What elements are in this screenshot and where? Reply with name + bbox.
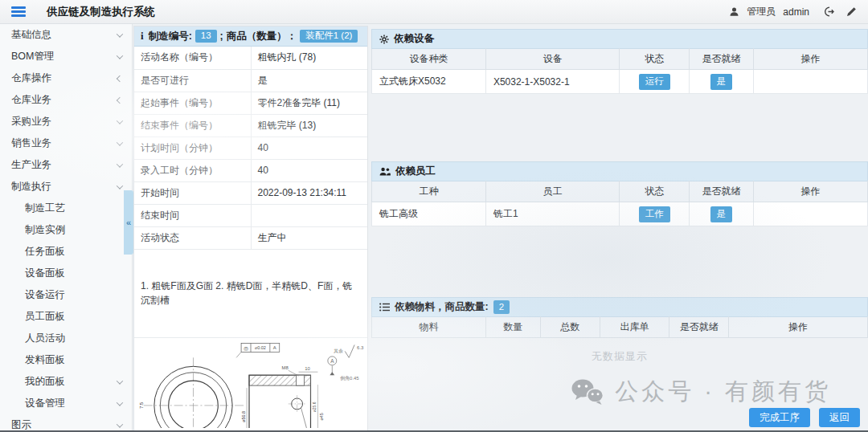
column-header: 是否就绪	[689, 181, 753, 202]
empty-data-message: 无数据显示	[371, 338, 868, 375]
material-count-badge: 2	[493, 300, 510, 314]
staff-section-header: 依赖员工	[371, 161, 868, 181]
chevron-down-icon	[117, 139, 123, 145]
top-header: 供应链及制造执行系统 管理员 admin	[0, 0, 868, 24]
table-row: 开始时间2022-09-13 21:34:11	[134, 181, 367, 204]
table-row: 录入工时（分钟）40	[134, 159, 367, 181]
ready-badge: 是	[710, 74, 733, 90]
sidebar-item-diagram[interactable]: 图示	[0, 414, 132, 432]
column-header: 操作	[729, 317, 868, 338]
sidebar-item-mfg-instance[interactable]: 制造实例	[0, 219, 132, 241]
back-button[interactable]: 返回	[819, 408, 860, 427]
sidebar-item-equipment-run[interactable]: 设备运行	[0, 284, 132, 306]
column-header: 操作	[754, 49, 868, 70]
gear-icon	[379, 35, 389, 44]
sidebar-item-my-panel[interactable]: 我的面板	[0, 371, 132, 393]
separator-text: ;	[220, 31, 223, 42]
sidebar-item-mfg-process[interactable]: 制造工艺	[0, 198, 132, 219]
material-section-title: 依赖物料，商品数量:	[395, 300, 489, 314]
sidebar-item-staff-panel[interactable]: 员工面板	[0, 306, 132, 328]
sidebar-item-bom[interactable]: BOM管理	[0, 46, 132, 67]
sidebar-item-warehouse-biz[interactable]: 仓库业务	[0, 89, 132, 111]
chevron-down-icon	[117, 377, 123, 384]
material-section-header: 依赖物料，商品数量: 2	[371, 297, 868, 316]
drawing-thread-label: M8	[282, 365, 289, 370]
ready-badge: 是	[710, 206, 733, 222]
operation-cell	[754, 70, 868, 94]
chevron-left-icon	[117, 96, 123, 103]
product-badge: 装配件1 (2)	[300, 30, 358, 43]
equipment-section-title: 依赖设备	[394, 32, 434, 46]
sidebar-item-equipment-panel[interactable]: 设备面板	[0, 263, 132, 284]
table-row: 结束时间	[134, 204, 367, 226]
logout-icon[interactable]	[823, 6, 834, 17]
process-description: 1. 粗铣F面及G面 2. 精铣D面，半精铣D、F面，铣沉割槽	[134, 250, 367, 338]
drawing-tolerance-datum: A	[273, 345, 276, 350]
sidebar-item-production[interactable]: 生产业务	[0, 154, 132, 176]
staff-name-cell: 铣工1	[485, 202, 620, 226]
sidebar-item-task-panel[interactable]: 任务面板	[0, 241, 132, 263]
column-header: 状态	[620, 181, 689, 202]
column-header: 出库单	[600, 317, 669, 338]
action-bar: 完成工序 返回	[749, 408, 860, 427]
dependencies-section: 依赖设备 设备种类 设备 状态 是否就绪 操作 立式铣床X5032 X5032-…	[371, 26, 868, 432]
operation-cell	[754, 202, 868, 226]
technical-drawing: 7.5 ◎ ⌀0.02 A M8 10 A 其余	[134, 338, 367, 428]
activity-panel-header: i 制造编号: 13 ; 商品（数量）： 装配件1 (2)	[134, 26, 367, 47]
chevron-down-icon	[117, 161, 123, 167]
column-header: 工种	[372, 181, 486, 202]
drawing-hole-dim: ⌀25.6	[313, 401, 317, 412]
column-header: 员工	[485, 181, 620, 202]
sidebar-item-material-issue-panel[interactable]: 发料面板	[0, 349, 132, 371]
drawing-tolerance-value: ⌀0.02	[255, 345, 266, 350]
equipment-table: 设备种类 设备 状态 是否就绪 操作 立式铣床X5032 X5032-1-X50…	[371, 48, 868, 94]
activity-info-table: 活动名称（编号）粗铣内孔 (78) 是否可进行是 起始事件（编号）零件2准备完毕…	[134, 47, 367, 250]
sidebar-item-equipment-mgmt[interactable]: 设备管理	[0, 393, 132, 414]
app-title: 供应链及制造执行系统	[47, 5, 155, 19]
chevron-down-icon	[117, 117, 123, 124]
drawing-chamfer-label: 倒角0.45	[340, 376, 359, 381]
drawing-tolerance-symbol: ◎	[244, 344, 248, 350]
sidebar-nav: 基础信息 BOM管理 仓库操作 仓库业务 采购业务 销售业务 生产业务 制造执行…	[0, 24, 133, 432]
status-badge: 运行	[639, 74, 670, 90]
drawing-side-dim: ⌀50.8	[241, 410, 246, 422]
chevron-down-icon	[117, 421, 123, 427]
chevron-down-icon	[117, 399, 123, 406]
finish-process-button[interactable]: 完成工序	[749, 408, 810, 427]
sidebar-item-warehouse-ops[interactable]: 仓库操作	[0, 67, 132, 89]
sidebar-item-personnel-activity[interactable]: 人员活动	[0, 328, 132, 349]
sidebar-item-sales[interactable]: 销售业务	[0, 132, 132, 154]
table-row: 结束事件（编号）粗铣完毕 (13)	[134, 114, 367, 137]
drawing-datum-label: A	[330, 357, 334, 363]
chevron-down-icon	[117, 31, 123, 37]
sidebar-collapse-handle[interactable]: «	[124, 190, 133, 255]
sidebar-item-mfg-execution[interactable]: 制造执行	[0, 176, 132, 198]
sidebar-item-purchasing[interactable]: 采购业务	[0, 111, 132, 132]
activity-detail-panel: i 制造编号: 13 ; 商品（数量）： 装配件1 (2) 活动名称（编号）粗铣…	[133, 26, 368, 432]
column-header: 设备种类	[372, 49, 486, 70]
column-header: 设备	[485, 49, 620, 70]
staff-table: 工种 员工 状态 是否就绪 操作 铣工高级 铣工1 工作 是	[371, 181, 868, 226]
mfg-no-badge: 13	[195, 30, 217, 43]
column-header: 数量	[485, 317, 540, 338]
column-header: 是否就绪	[669, 317, 729, 338]
column-header: 状态	[620, 49, 689, 70]
hamburger-menu-icon[interactable]	[11, 6, 26, 17]
list-icon	[379, 303, 390, 312]
sidebar-item-basic-info[interactable]: 基础信息	[0, 24, 132, 46]
edit-pencil-icon[interactable]	[846, 6, 857, 17]
column-header: 操作	[754, 181, 868, 202]
drawing-roughness-prefix: 其余	[334, 348, 343, 354]
user-role: 管理员	[747, 5, 776, 18]
table-row: 立式铣床X5032 X5032-1-X5032-1 运行 是	[372, 70, 868, 94]
drawing-dim-left: 7.5	[139, 401, 144, 409]
column-header: 是否就绪	[689, 49, 753, 70]
people-icon	[379, 167, 391, 176]
staff-type-cell: 铣工高级	[372, 202, 486, 226]
chevron-left-icon	[117, 75, 123, 81]
column-header: 总数	[540, 317, 600, 338]
column-header: 物料	[372, 317, 486, 338]
chevron-down-icon	[117, 52, 123, 59]
table-row: 活动状态生产中	[134, 226, 367, 249]
table-row: 计划时间（分钟）40	[134, 137, 367, 159]
